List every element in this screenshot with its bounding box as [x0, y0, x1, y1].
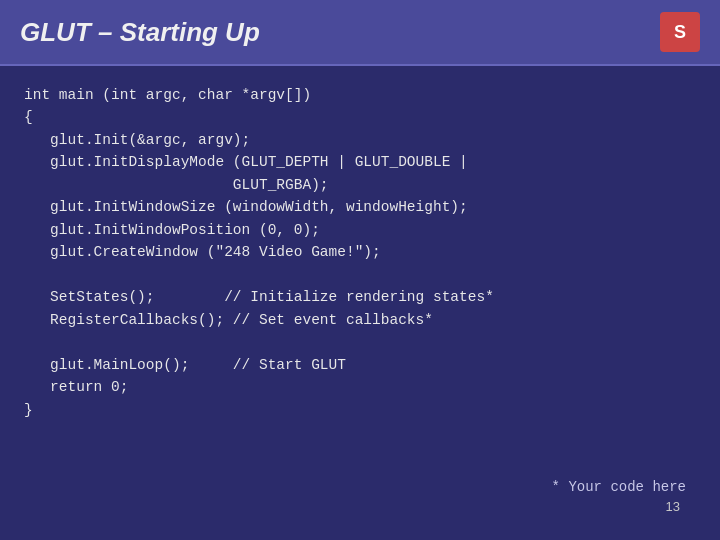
- footnote: * Your code here: [24, 479, 696, 495]
- logo-icon: S: [660, 12, 700, 52]
- page-number: 13: [24, 495, 696, 522]
- title-bar: GLUT – Starting Up S: [0, 0, 720, 66]
- slide: GLUT – Starting Up S int main (int argc,…: [0, 0, 720, 540]
- logo-letter: S: [674, 22, 686, 43]
- content-area: int main (int argc, char *argv[]) { glut…: [0, 66, 720, 540]
- slide-title: GLUT – Starting Up: [20, 17, 260, 48]
- code-block: int main (int argc, char *argv[]) { glut…: [24, 84, 696, 421]
